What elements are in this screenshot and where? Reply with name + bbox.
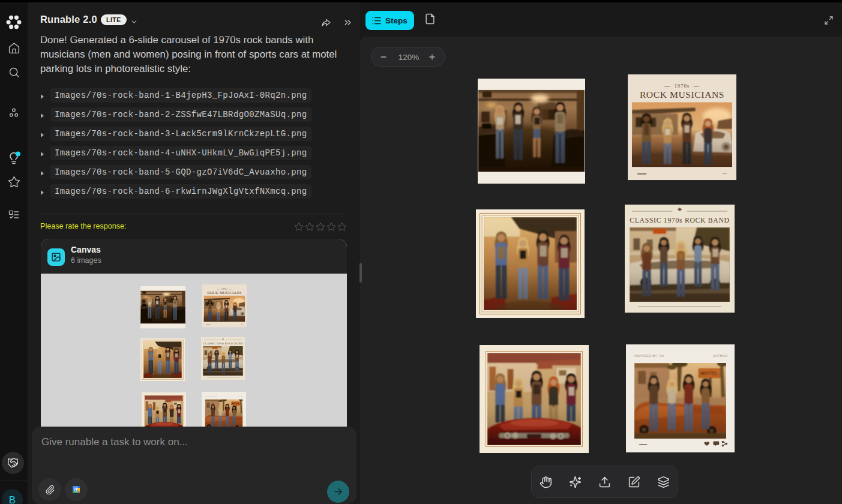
svg-text:—· 1970s ·—: —· 1970s ·— xyxy=(217,288,232,290)
svg-text:CLASSIC 1970s ROCK BAND: CLASSIC 1970s ROCK BAND xyxy=(203,342,243,345)
svg-text:—· 1970s ·—: —· 1970s ·— xyxy=(664,83,700,89)
svg-text:31: 31 xyxy=(74,488,78,491)
svg-text:ROCK MUSICIANS: ROCK MUSICIANS xyxy=(207,290,242,295)
svg-text:INSPIRED BY 70s: INSPIRED BY 70s xyxy=(634,354,664,358)
svg-text:ROCK MUSICIANS: ROCK MUSICIANS xyxy=(640,89,724,100)
svg-text:AUTHOR: AUTHOR xyxy=(713,354,728,358)
svg-text:AUTHOR: AUTHOR xyxy=(237,396,244,397)
svg-text:INSPIRED BY 70s: INSPIRED BY 70s xyxy=(205,396,218,397)
svg-text:CLASSIC 1970s ROCK BAND: CLASSIC 1970s ROCK BAND xyxy=(630,217,730,224)
